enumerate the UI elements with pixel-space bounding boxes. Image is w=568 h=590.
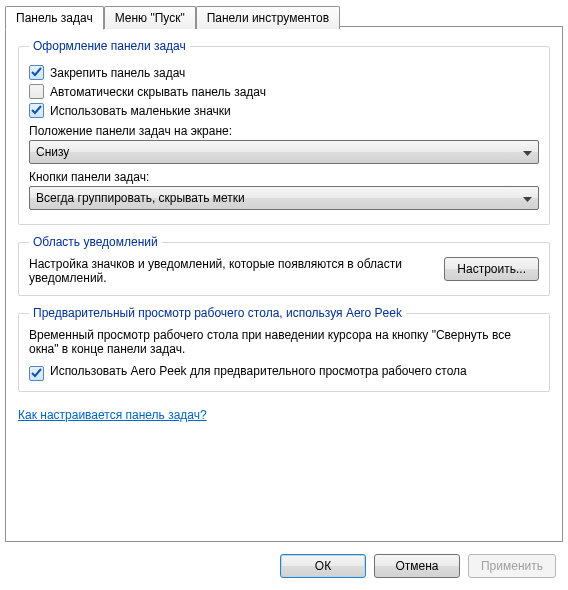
cancel-button[interactable]: Отмена [374,554,460,578]
group-notif-legend: Область уведомлений [29,235,162,249]
checkbox-aero-peek[interactable] [29,366,44,381]
notif-area-text: Настройка значков и уведомлений, которые… [29,257,432,285]
apply-button-label: Применить [481,559,543,573]
tab-start-menu[interactable]: Меню "Пуск" [104,6,196,29]
tab-panel: Оформление панели задач Закрепить панель… [5,26,563,542]
cancel-button-label: Отмена [395,559,438,573]
chevron-down-icon [523,191,532,205]
label-aero-peek: Использовать Aero Peek для предварительн… [50,364,539,378]
checkbox-lock-taskbar[interactable] [29,65,44,80]
combo-buttons-value: Всегда группировать, скрывать метки [36,191,245,205]
tab-start-label: Меню "Пуск" [115,11,185,25]
aero-peek-text: Временный просмотр рабочего стола при на… [29,328,539,356]
label-taskbar-buttons: Кнопки панели задач: [29,170,539,184]
tab-taskbar-label: Панель задач [16,11,93,25]
group-aero-legend: Предварительный просмотр рабочего стола,… [29,306,406,320]
ok-button[interactable]: ОК [280,554,366,578]
apply-button[interactable]: Применить [468,554,556,578]
dialog-button-bar: ОК Отмена Применить [280,554,556,578]
label-taskbar-position: Положение панели задач на экране: [29,124,539,138]
checkbox-autohide-taskbar[interactable] [29,84,44,99]
group-notification-area: Область уведомлений Настройка значков и … [18,235,550,296]
customize-button[interactable]: Настроить... [444,257,539,281]
tab-strip: Панель задач Меню "Пуск" Панели инструме… [0,0,568,28]
combo-position-value: Снизу [36,145,69,159]
customize-button-label: Настроить... [457,262,526,276]
tab-toolbars[interactable]: Панели инструментов [196,6,340,29]
combo-taskbar-position[interactable]: Снизу [29,140,539,164]
chevron-down-icon [523,145,532,159]
check-icon [31,67,42,78]
check-icon [31,105,42,116]
group-aero-peek: Предварительный просмотр рабочего стола,… [18,306,550,392]
tab-taskbar[interactable]: Панель задач [5,6,104,30]
group-taskbar-appearance: Оформление панели задач Закрепить панель… [18,39,550,225]
combo-taskbar-buttons[interactable]: Всегда группировать, скрывать метки [29,186,539,210]
tab-toolbars-label: Панели инструментов [207,11,329,25]
group-appearance-legend: Оформление панели задач [29,39,190,53]
label-small-icons: Использовать маленькие значки [50,104,231,118]
ok-button-label: ОК [315,559,331,573]
help-link[interactable]: Как настраивается панель задач? [18,408,207,422]
checkbox-small-icons[interactable] [29,103,44,118]
check-icon [31,368,42,379]
label-autohide-taskbar: Автоматически скрывать панель задач [50,85,266,99]
help-link-text: Как настраивается панель задач? [18,408,207,422]
label-lock-taskbar: Закрепить панель задач [50,66,185,80]
